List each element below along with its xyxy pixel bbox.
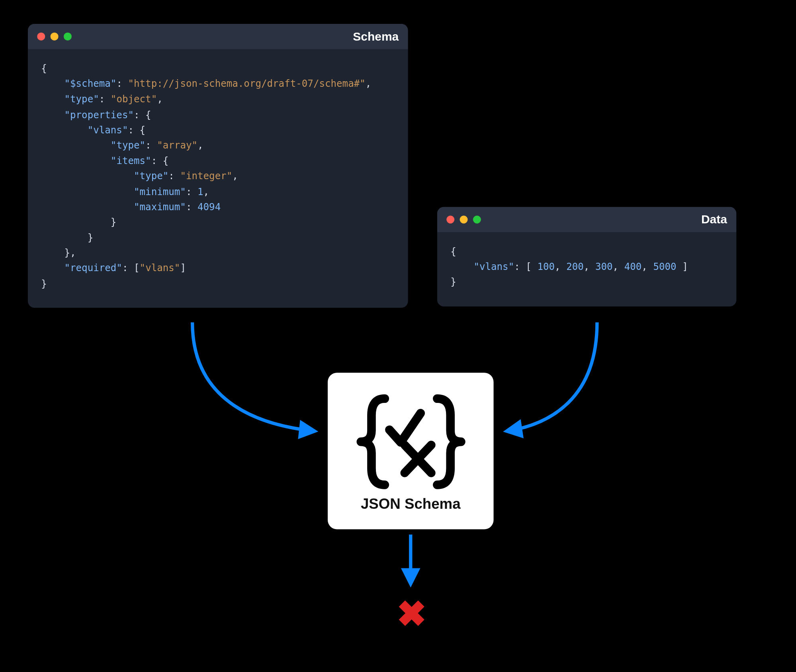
traffic-lights xyxy=(37,33,72,41)
data-window-title: Data xyxy=(701,213,727,227)
close-icon xyxy=(37,33,45,41)
data-window-titlebar: Data xyxy=(437,207,736,232)
traffic-lights xyxy=(446,215,481,223)
json-schema-validator: JSON Schema xyxy=(328,373,494,529)
minimize-icon xyxy=(51,33,59,41)
zoom-icon xyxy=(64,33,72,41)
json-schema-icon xyxy=(352,392,469,492)
schema-window-titlebar: Schema xyxy=(28,24,408,49)
arrow-schema-to-validator xyxy=(192,322,315,431)
schema-window-title: Schema xyxy=(353,29,399,43)
data-code: { "vlans": [ 100, 200, 300, 400, 5000 ] … xyxy=(437,232,736,306)
minimize-icon xyxy=(460,215,468,223)
json-schema-label: JSON Schema xyxy=(361,496,461,513)
schema-code: { "$schema": "http://json-schema.org/dra… xyxy=(28,49,408,307)
data-window: Data { "vlans": [ 100, 200, 300, 400, 50… xyxy=(437,207,736,306)
arrow-data-to-validator xyxy=(507,322,597,431)
validation-fail-icon: ✖ xyxy=(397,596,426,631)
zoom-icon xyxy=(473,215,481,223)
schema-window: Schema { "$schema": "http://json-schema.… xyxy=(28,24,408,308)
close-icon xyxy=(446,215,454,223)
